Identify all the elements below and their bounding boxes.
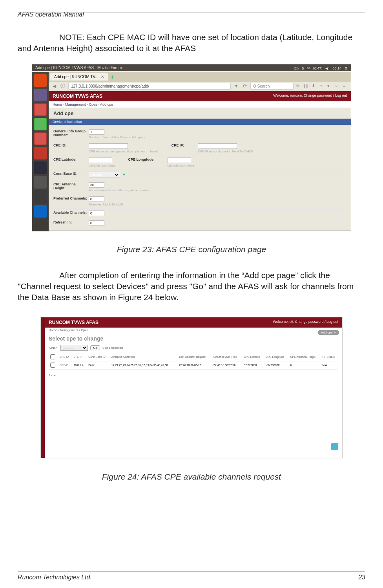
os-status-bar: En $ ✉ (0:47) ◀) 05:14 ⚙ — [291, 64, 351, 72]
add-icon[interactable]: + — [123, 172, 125, 177]
cpeip-input[interactable] — [198, 143, 237, 149]
avail-input[interactable] — [89, 211, 104, 216]
clock: 05:14 — [332, 66, 341, 70]
battery-indicator: (0:47) — [313, 66, 323, 70]
row-count: 1 cpe — [45, 371, 342, 379]
lat-hint: Latitude coordinate — [89, 164, 115, 167]
url-field[interactable]: 127.0.0.1:8000/admin/management/cpe/add/ — [68, 83, 231, 90]
th-9[interactable]: RF Status — [321, 353, 338, 361]
impress-icon[interactable] — [34, 132, 47, 145]
note-text: NOTE: Each CPE MAC ID will have one set … — [18, 32, 365, 54]
eclipse-icon[interactable] — [34, 161, 47, 174]
breadcrumb-2: Home › Management › Cpes — [45, 328, 342, 333]
cell-lat: 37.526000 — [242, 361, 264, 369]
lon-input[interactable] — [168, 158, 191, 163]
ant-hint: Above ground level - Meters, whole numbe… — [89, 189, 346, 192]
th-check[interactable] — [49, 353, 58, 361]
sync-icon[interactable]: ○ — [335, 83, 341, 89]
writer-icon[interactable] — [34, 103, 47, 116]
window-title: Add cpe | RUNCOM TVWS AFAS - Mozilla Fir… — [35, 66, 122, 70]
home-icon[interactable]: ⌂ — [319, 83, 325, 89]
form: General Info Group Number: Number of an … — [49, 125, 351, 230]
sound-icon: ◀) — [325, 66, 329, 70]
files-icon[interactable] — [34, 89, 47, 101]
add-cpe-button[interactable]: Add cpe + — [318, 330, 339, 335]
bc2-mgmt[interactable]: Management — [60, 328, 78, 332]
browser-tab[interactable]: Add cpe | RUNCOM TV... ✕ — [50, 73, 108, 81]
header-rule — [18, 13, 365, 13]
teamviewer-icon[interactable] — [331, 443, 338, 450]
fullscreen-icon[interactable]: ▾ — [327, 83, 333, 89]
ant-label: CPE Antenna Height: — [53, 182, 89, 190]
ubuntu-launcher — [32, 72, 49, 231]
go-button[interactable]: Go — [90, 345, 100, 350]
back-icon[interactable]: ◀ — [51, 83, 57, 89]
menu-icon[interactable]: ≡ — [343, 83, 348, 89]
new-tab-icon[interactable]: + — [109, 74, 116, 80]
cpeid-label: CPE ID: — [53, 143, 89, 147]
add-cpe-label: Add cpe — [321, 331, 332, 334]
cpe-link[interactable]: CPE-2 — [60, 364, 68, 366]
action-row: Action: --------- Go 0 of 1 selected — [45, 344, 342, 352]
cell-channels: 14,21,22,23,24,25,26,31,32,33,34,35,40,4… — [110, 361, 177, 369]
conn-select[interactable]: --------- — [89, 172, 120, 178]
breadcrumb-home[interactable]: Home — [53, 103, 62, 106]
gin-input[interactable] — [89, 129, 104, 135]
lat-input[interactable] — [89, 158, 112, 163]
screenshot-add-cpe: Add cpe | RUNCOM TVWS AFAS - Mozilla Fir… — [32, 64, 351, 231]
info-icon[interactable]: ⓘ — [60, 83, 66, 89]
th-1[interactable]: CPE IP — [72, 353, 87, 361]
tab-close-icon[interactable]: ✕ — [101, 75, 104, 79]
ant-input[interactable] — [89, 182, 104, 188]
pref-input[interactable] — [89, 196, 104, 202]
th-3[interactable]: Available Channels — [110, 353, 177, 361]
breadcrumb-current: Add cpe — [100, 103, 113, 106]
th-8[interactable]: CPE Antenna Height — [289, 353, 321, 361]
settings-icon[interactable] — [34, 176, 47, 189]
cell-rf: N/A — [321, 361, 338, 369]
th-7[interactable]: CPE Longitude — [264, 353, 289, 361]
search-field[interactable]: Q Search — [250, 83, 294, 90]
th-5[interactable]: Channel Valid Time — [212, 353, 242, 361]
star-icon[interactable]: ☆ — [296, 83, 301, 89]
section-header: Device Information — [49, 119, 351, 125]
pref-hint: Example: 18,19,30,40,51 — [89, 203, 346, 206]
conn-label: Conn Base ID: — [53, 172, 89, 176]
th-2[interactable]: Conn Base ID — [87, 353, 110, 361]
dash-icon[interactable] — [34, 74, 47, 87]
reload-icon[interactable]: ⟳ — [242, 83, 248, 89]
terminal-icon[interactable] — [34, 191, 47, 203]
firefox-icon[interactable] — [34, 205, 47, 218]
action-select[interactable]: --------- — [60, 345, 88, 351]
calc-icon[interactable] — [34, 118, 47, 130]
footer-page-number: 23 — [358, 574, 365, 581]
gin-label: General Info Group Number: — [53, 129, 89, 137]
bookmarks-icon[interactable]: ⫿⫿ — [304, 83, 309, 89]
header-checkbox[interactable] — [50, 354, 55, 359]
th-0[interactable]: CPE ID — [58, 353, 72, 361]
th-6[interactable]: CPE Latitude — [242, 353, 264, 361]
refresh-input[interactable] — [89, 220, 104, 226]
browser-viewport: Add cpe | RUNCOM TV... ✕ + ◀ ⓘ 127.0.0.1… — [49, 72, 351, 231]
cpeid-hint: CPE name without spaces. Example: north_… — [89, 150, 159, 153]
footer-rule — [18, 571, 365, 572]
font-icon[interactable] — [34, 147, 47, 159]
footer-company: Runcom Technologies Ltd. — [18, 574, 92, 581]
page-heading: Add cpe — [49, 108, 351, 119]
page-footer: Runcom Technologies Ltd. 23 — [18, 574, 365, 581]
th-4[interactable]: Last Channel Request — [177, 353, 212, 361]
cpeid-input[interactable] — [89, 143, 128, 149]
breadcrumb-cpes[interactable]: Cpes — [89, 103, 97, 106]
left-gutter — [41, 317, 45, 458]
breadcrumb-mgmt[interactable]: Management — [65, 103, 86, 106]
doc-header-title: AFAS operation Manual — [18, 11, 365, 18]
browser-tabbar: Add cpe | RUNCOM TV... ✕ + — [49, 72, 351, 82]
dropdown-icon[interactable]: ▾ — [233, 83, 239, 89]
gin-hint: Number of an existing General Info group — [89, 136, 346, 139]
cell-last: 22:46:18 06/05/16 — [177, 361, 212, 369]
bc2-home[interactable]: Home — [49, 328, 57, 332]
row-checkbox[interactable] — [50, 363, 55, 368]
cpe-table: CPE ID CPE IP Conn Base ID Available Cha… — [49, 353, 338, 370]
download-icon[interactable]: ⬇ — [312, 83, 317, 89]
welcome-text-2: Welcome, eli. Change password / Log out — [273, 320, 338, 325]
